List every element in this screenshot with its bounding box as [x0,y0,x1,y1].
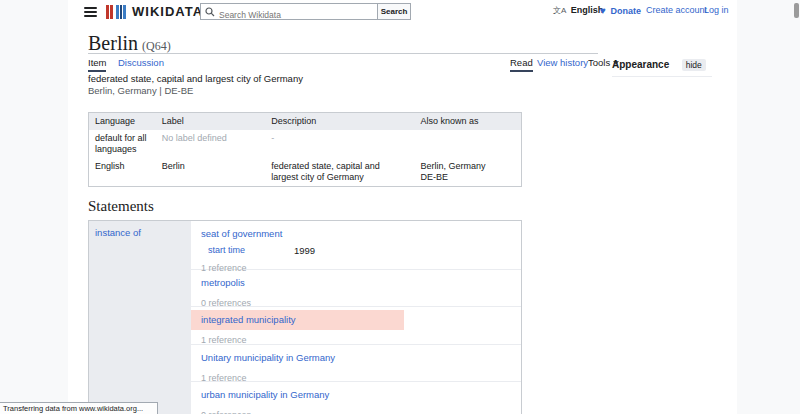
statement-value: metropolis 0 references [191,270,522,307]
appearance-panel: Appearance hide [612,54,712,77]
property-link-instance-of[interactable]: instance of [95,227,141,238]
table-row: default for all languages No label defin… [89,130,521,158]
column-header-description: Description [265,113,414,130]
tab-read[interactable]: Read [510,57,533,72]
entity-aliases: Berlin, Germany | DE-BE [88,85,193,96]
statement-value: Unitary municipality in Germany 1 refere… [191,345,522,382]
table-row: English Berlin federated state, capital … [89,158,521,186]
qualifier-value: 1999 [294,245,315,256]
references-toggle[interactable]: 1 reference [201,335,522,345]
donate-label: Donate [610,6,641,16]
cell-also-known-as: Berlin, Germany DE-BE [415,158,522,186]
language-selector-label: English [571,5,604,15]
search-icon [205,7,215,17]
browser-status-bar: Transferring data from www.wikidata.org.… [0,402,158,414]
tab-view-history[interactable]: View history [537,57,588,68]
statement-group: instance of seat of government start tim… [88,220,522,414]
value-link[interactable]: seat of government [201,228,282,239]
language-icon: 文A [553,6,566,15]
statement-values: seat of government start time 1999 1 ref… [191,221,522,414]
heart-icon: ♥ [600,5,606,16]
tab-discussion[interactable]: Discussion [118,57,164,68]
alias-line: DE-BE [421,172,516,183]
cell-language: English [89,158,156,186]
qualifier-row: start time 1999 [208,245,522,255]
value-link[interactable]: metropolis [201,277,245,288]
search-input[interactable] [201,8,377,23]
search-button[interactable]: Search [377,3,411,20]
logo-wordmark: WIKIDATA [132,4,203,19]
log-in-link[interactable]: Log in [704,5,729,15]
wikidata-logo[interactable]: WIKIDATA [106,4,203,19]
column-header-also-known-as: Also known as [415,113,522,130]
search-input-container [200,3,377,20]
donate-link[interactable]: ♥ Donate [600,5,641,16]
property-column: instance of [89,221,191,414]
search-bar: Search [200,3,411,20]
value-link[interactable]: Unitary municipality in Germany [201,352,335,363]
tab-item[interactable]: Item [88,57,106,72]
tools-label: Tools [588,57,610,68]
cell-label: Berlin [156,158,266,186]
appearance-divider [612,76,712,77]
value-link[interactable]: urban municipality in Germany [201,389,329,400]
wikidata-logo-icon [106,5,126,19]
cell-also-known-as [415,130,522,158]
references-toggle[interactable]: 0 references [201,410,522,414]
entity-id: (Q64) [142,39,171,53]
create-account-link[interactable]: Create account [646,5,707,15]
statement-value: urban municipality in Germany 0 referenc… [191,382,522,414]
statements-heading: Statements [88,198,154,215]
scrollbar-thumb[interactable] [794,3,799,18]
alias-line: Berlin, Germany [421,161,516,172]
cell-description: federated state, capital and largest cit… [265,158,414,186]
statement-value-highlighted: integrated municipality 1 reference [191,307,522,345]
column-header-language: Language [89,113,156,130]
title-divider [88,53,598,54]
cell-description: - [265,130,414,158]
header-user-links: 文A English ♥ Donate Create account Log i… [550,5,730,19]
value-link[interactable]: integrated municipality [201,314,296,325]
column-header-label: Label [156,113,266,130]
appearance-hide-button[interactable]: hide [682,59,706,71]
appearance-heading: Appearance [612,59,669,70]
cell-label: No label defined [156,130,266,158]
terms-table: Language Label Description Also known as… [88,112,522,187]
statement-value: seat of government start time 1999 1 ref… [191,221,522,270]
wikidata-page: WIKIDATA Search 文A English ♥ Donate Crea… [0,0,800,414]
entity-label: Berlin [88,32,138,54]
language-selector[interactable]: 文A English [553,5,603,16]
hamburger-menu-icon[interactable] [84,7,97,18]
entity-description: federated state, capital and largest cit… [88,73,303,84]
cell-language: default for all languages [89,130,156,158]
terms-table-header-row: Language Label Description Also known as [89,113,521,130]
qualifier-property-link[interactable]: start time [208,245,245,255]
page-title: Berlin(Q64) [88,32,171,55]
